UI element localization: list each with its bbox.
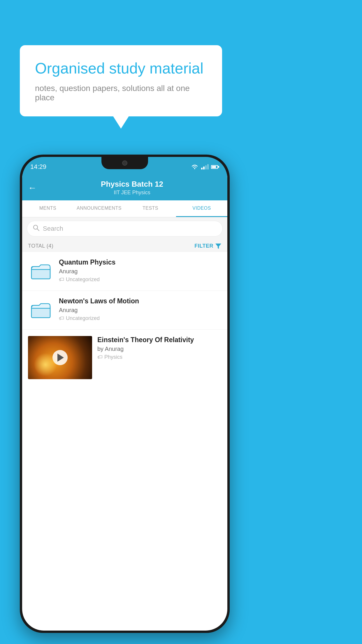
tag-icon-2: 🏷 — [59, 315, 64, 321]
speech-bubble: Organised study material notes, question… — [20, 45, 222, 116]
video-info-2: Newton's Laws of Motion Anurag 🏷 Uncateg… — [59, 297, 222, 321]
video-thumbnail-3 — [28, 336, 92, 379]
video-tag-label-3: Physics — [104, 354, 122, 360]
header-subtitle: IIT JEE Physics — [43, 190, 222, 196]
phone-notch — [101, 157, 148, 169]
play-triangle — [57, 354, 64, 362]
video-tag-label-1: Uncategorized — [66, 276, 100, 283]
phone-frame: 14:29 — [20, 155, 230, 633]
video-author-2: Anurag — [59, 307, 222, 314]
app-content: ← Physics Batch 12 IIT JEE Physics MENTS… — [22, 174, 227, 631]
thumb-glow — [34, 353, 57, 376]
back-button[interactable]: ← — [28, 183, 37, 192]
video-tag-1: 🏷 Uncategorized — [59, 276, 222, 283]
list-item[interactable]: Quantum Physics Anurag 🏷 Uncategorized — [22, 252, 227, 291]
search-bar[interactable]: Search — [27, 221, 223, 237]
svg-line-1 — [37, 229, 39, 231]
status-time: 14:29 — [30, 163, 46, 171]
folder-thumbnail-1 — [28, 258, 54, 284]
list-item[interactable]: Einstein's Theory Of Relativity by Anura… — [22, 330, 227, 379]
tag-iitjee: IIT JEE — [114, 190, 131, 195]
video-title-2: Newton's Laws of Motion — [59, 297, 222, 305]
tab-announcements[interactable]: ANNOUNCEMENTS — [73, 200, 125, 217]
folder-icon — [31, 262, 51, 280]
wifi-icon — [191, 164, 199, 170]
phone-container: 14:29 — [20, 155, 230, 633]
folder-icon — [31, 301, 51, 319]
video-info-1: Quantum Physics Anurag 🏷 Uncategorized — [59, 258, 222, 283]
filter-funnel-icon — [215, 243, 222, 249]
folder-thumbnail-2 — [28, 297, 54, 323]
video-title-3: Einstein's Theory Of Relativity — [97, 336, 222, 344]
camera-icon — [122, 160, 127, 166]
video-list: Quantum Physics Anurag 🏷 Uncategorized — [22, 252, 227, 379]
svg-rect-4 — [31, 268, 50, 279]
tag-icon-1: 🏷 — [59, 276, 64, 283]
video-info-3: Einstein's Theory Of Relativity by Anura… — [97, 336, 222, 360]
video-author-3: by Anurag — [97, 346, 222, 352]
signal-icon — [201, 164, 209, 169]
battery-icon — [211, 165, 219, 169]
video-tag-2: 🏷 Uncategorized — [59, 315, 222, 321]
header-text: Physics Batch 12 IIT JEE Physics — [43, 180, 222, 196]
tag-icon-3: 🏷 — [97, 354, 103, 360]
header-title: Physics Batch 12 — [43, 180, 222, 189]
svg-rect-6 — [31, 307, 50, 318]
app-header: ← Physics Batch 12 IIT JEE Physics — [22, 174, 227, 200]
tab-videos[interactable]: VIDEOS — [176, 200, 227, 217]
filter-button[interactable]: FILTER — [194, 243, 222, 249]
phone-inner: 14:29 — [22, 157, 227, 631]
video-tag-label-2: Uncategorized — [66, 315, 100, 321]
video-tag-3: 🏷 Physics — [97, 354, 222, 360]
speech-bubble-subtitle: notes, question papers, solutions all at… — [35, 84, 207, 102]
filter-label: FILTER — [194, 243, 213, 249]
total-count-label: TOTAL (4) — [28, 243, 53, 249]
search-input[interactable]: Search — [43, 225, 63, 232]
speech-bubble-wrapper: Organised study material notes, question… — [20, 45, 222, 116]
search-icon — [33, 225, 39, 233]
filter-bar: TOTAL (4) FILTER — [22, 240, 227, 252]
list-item[interactable]: Newton's Laws of Motion Anurag 🏷 Uncateg… — [22, 291, 227, 330]
tabs-bar: MENTS ANNOUNCEMENTS TESTS VIDEOS — [22, 200, 227, 217]
search-bar-container: Search — [22, 217, 227, 240]
svg-marker-2 — [215, 244, 221, 249]
tab-tests[interactable]: TESTS — [125, 200, 176, 217]
speech-bubble-title: Organised study material — [35, 59, 207, 77]
tab-ments[interactable]: MENTS — [22, 200, 73, 217]
video-author-1: Anurag — [59, 268, 222, 275]
tag-physics: Physics — [132, 190, 150, 195]
video-title-1: Quantum Physics — [59, 258, 222, 266]
status-icons — [191, 164, 219, 170]
